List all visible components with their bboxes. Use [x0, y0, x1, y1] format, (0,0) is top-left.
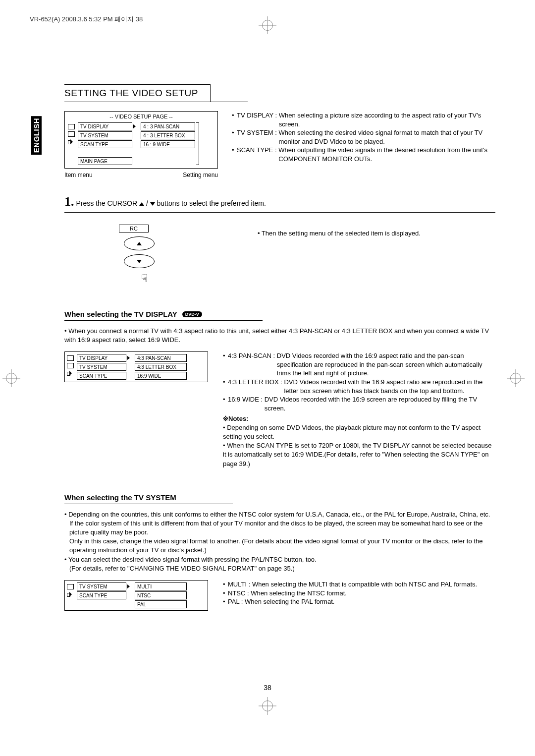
menu-main-page: MAIN PAGE	[78, 157, 132, 165]
speaker-icon	[68, 139, 75, 145]
note-2: • When the SCAN TYPE is set to 720P or 1…	[223, 441, 495, 468]
menu-option: NTSC	[135, 591, 187, 599]
tv-display-menu: TV DISPLAY TV SYSTEM SCAN TYPE 4:3 PAN-S…	[64, 351, 208, 382]
menu-item: TV DISPLAY	[78, 122, 132, 130]
section-title: SETTING THE VIDEO SETUP	[64, 84, 211, 102]
speaker-icon	[67, 591, 74, 597]
menu-option: 4 : 3 PAN-SCAN	[141, 122, 195, 130]
language-tab: ENGLISH	[31, 116, 42, 155]
menu-item: SCAN TYPE	[77, 591, 126, 599]
tv-icon	[68, 124, 75, 129]
notes-label: Notes:	[228, 415, 248, 422]
arrow-right-icon	[127, 356, 130, 360]
menu-title: -- VIDEO SETUP PAGE --	[65, 112, 217, 122]
remote-control-visual: RC ☟	[114, 225, 228, 285]
rc-label: RC	[119, 225, 149, 233]
setting-menu-label: Setting menu	[183, 172, 218, 178]
menu-option: 4:3 PAN-SCAN	[135, 354, 187, 362]
hand-pointer-icon: ☟	[141, 272, 228, 285]
tv-icon	[67, 363, 74, 368]
menu-item: SCAN TYPE	[78, 140, 132, 148]
menu-item: TV DISPLAY	[77, 354, 126, 362]
menu-option: 4 : 3 LETTER BOX	[141, 131, 195, 139]
tv-system-menu: TV SYSTEM SCAN TYPE MULTI NTSC PAL	[64, 580, 208, 611]
menu-option: 16:9 WIDE	[135, 372, 187, 380]
tv-system-p1c: Only in this case, change the video sign…	[64, 537, 495, 555]
bracket-icon	[196, 122, 199, 165]
tv-system-p1: • Depending on the countries, this unit …	[64, 510, 495, 519]
menu-option: 16 : 9 WIDE	[141, 140, 195, 148]
cursor-down-icon	[150, 202, 155, 206]
tv-system-p2b: (For details, refer to "CHANGING THE VID…	[64, 564, 495, 573]
arrow-right-icon	[133, 124, 136, 128]
tv-display-options-desc: • 4:3 PAN-SCAN : DVD Videos recorded wit…	[223, 351, 495, 468]
crop-mark-left	[6, 373, 17, 384]
tv-system-p1b: If the color system of this unit is diff…	[64, 519, 495, 537]
tv-system-p2: • You can select the desired video signa…	[64, 555, 495, 564]
note-1: • Depending on some DVD Videos, the play…	[223, 423, 495, 441]
tv-icon	[67, 584, 74, 589]
top-description: • TV DISPLAY : When selecting a picture …	[232, 111, 495, 178]
menu-item: TV SYSTEM	[77, 363, 126, 371]
tv-icon	[67, 355, 74, 361]
rc-step-text: • Then the setting menu of the selected …	[258, 230, 421, 237]
subheading-tv-display: When selecting the TV DISPLAY	[64, 308, 177, 320]
crop-mark-bottom	[262, 700, 273, 711]
cursor-up-icon	[139, 202, 144, 206]
video-setup-menu: -- VIDEO SETUP PAGE -- TV DISPLAY TV SYS…	[64, 111, 218, 169]
menu-option: MULTI	[135, 582, 187, 590]
print-header: VR-652(A) 2008.3.6 5:32 PM 페이지 38	[30, 15, 143, 24]
arrow-right-icon	[127, 584, 130, 588]
tv-display-intro: • When you connect a normal TV with 4:3 …	[64, 327, 495, 345]
item-menu-label: Item menu	[64, 172, 93, 178]
tv-system-options-desc: • MULTI : When selecting the MULTI that …	[223, 580, 495, 606]
crop-mark-right	[510, 373, 521, 384]
page-number: 38	[264, 684, 271, 692]
menu-option: 4:3 LETTER BOX	[135, 363, 187, 371]
crop-mark-top	[262, 20, 273, 31]
remote-down-button	[124, 254, 155, 268]
subheading-tv-system: When selecting the TV SYSTEM	[64, 491, 176, 504]
speaker-icon	[67, 370, 74, 376]
step-1: 1. Press the CURSOR / buttons to select …	[64, 194, 495, 209]
menu-item: TV SYSTEM	[77, 582, 126, 590]
remote-up-button	[124, 236, 155, 250]
menu-option: PAL	[135, 600, 187, 608]
menu-item: SCAN TYPE	[77, 372, 126, 380]
dvd-v-badge: DVD-V	[182, 311, 202, 317]
tv-icon	[68, 131, 75, 137]
menu-item: TV SYSTEM	[78, 131, 132, 139]
